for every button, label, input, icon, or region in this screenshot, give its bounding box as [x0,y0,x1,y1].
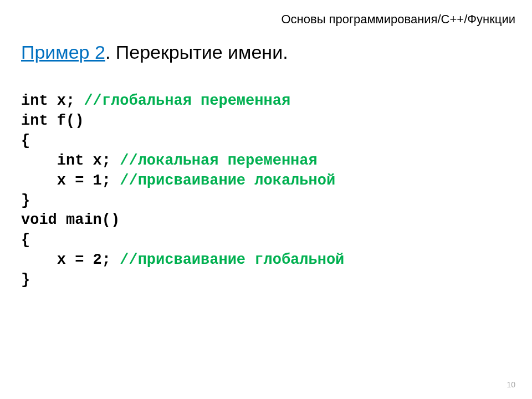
code-line-9: x = 2; //присваивание глобальной [21,252,344,268]
heading-link: Пример 2 [21,42,105,63]
heading-rest: . Перекрытие имени. [105,42,288,63]
code-line-3: { [21,132,30,149]
code-line-8: { [21,232,30,248]
page-number: 10 [507,380,515,389]
slide-heading: Пример 2. Перекрытие имени. [21,42,288,63]
code-line-6: } [21,192,30,209]
code-line-1: int x; //глобальная переменная [21,93,290,109]
code-line-7: void main() [21,212,120,228]
code-block: int x; //глобальная переменная int f() {… [21,91,344,290]
code-line-4: int x; //локальная переменная [21,152,318,169]
code-line-5: x = 1; //присваивание локальной [21,172,335,189]
breadcrumb: Основы программирования/C++/Функции [281,12,515,27]
code-line-2: int f() [21,112,84,129]
code-line-10: } [21,272,30,288]
